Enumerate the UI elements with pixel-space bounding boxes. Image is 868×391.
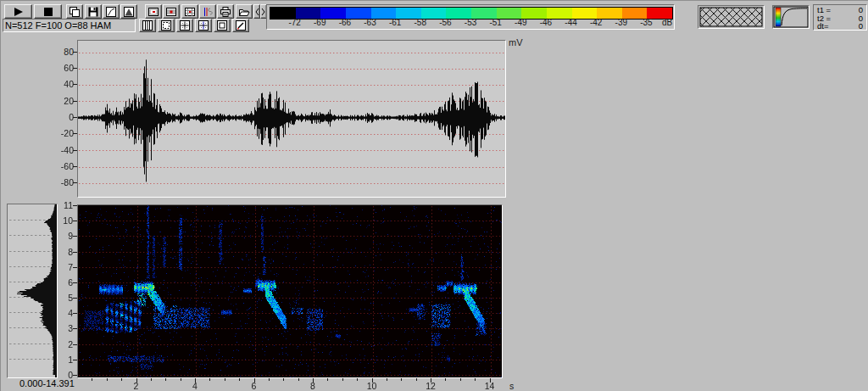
dt-label: dt=: [817, 22, 828, 31]
view-frame-button[interactable]: [145, 4, 162, 19]
save-button[interactable]: [85, 4, 102, 19]
view-waterfall-button[interactable]: [163, 4, 180, 19]
grid-plus-blue-icon: [198, 20, 209, 31]
spectrogram-t-tick: [269, 378, 270, 381]
fft-params-field[interactable]: N=512 F=100 O=88 HAM: [3, 19, 136, 32]
spectrogram-f-tick: [73, 328, 77, 329]
spectrogram-f-tick-label: 9: [57, 231, 73, 241]
spectrogram-t-tick-label: 12: [422, 381, 439, 391]
envelope-icon: [123, 7, 135, 17]
spectrogram-t-tick-label: 14: [481, 381, 498, 391]
texture-preview-panel[interactable]: [698, 5, 765, 29]
spectrogram-f-tick-label: 3: [57, 323, 73, 333]
view-grid-button[interactable]: [181, 4, 198, 19]
colormap-transfer-curve-icon: [773, 6, 809, 28]
spectrogram-f-tick-label: 8: [57, 247, 73, 257]
spectrogram-t-tick: [357, 378, 358, 381]
colorbar-tick-label: -56: [433, 18, 457, 27]
spectrogram-f-tick: [73, 375, 77, 376]
spectrogram-f-tick: [73, 360, 77, 360]
dt-value: 0: [859, 22, 863, 31]
colorbar-tick-label: -72: [283, 18, 307, 27]
waveform-y-tick: [73, 117, 77, 118]
envelope-button[interactable]: [120, 4, 137, 19]
waveform-y-tick-label: 80: [50, 47, 74, 57]
chevron-left-icon: [254, 7, 259, 17]
spectrogram-t-tick: [151, 378, 152, 381]
grid-plus-icon: [179, 20, 191, 31]
spectrogram-f-tick-label: 2: [57, 339, 73, 349]
view-signal-button[interactable]: [199, 4, 216, 19]
spectrogram-t-tick-label: 6: [246, 381, 263, 391]
spectrogram-t-tick: [107, 378, 108, 381]
spectrogram-f-tick: [73, 236, 77, 237]
waveform-canvas[interactable]: [78, 41, 505, 197]
view-grid-plus-alt-button[interactable]: [195, 19, 212, 32]
view-frame-icon: [147, 7, 159, 17]
play-button[interactable]: [4, 4, 32, 19]
spectrogram-t-tick: [209, 378, 210, 381]
scroll-left-button[interactable]: [253, 4, 260, 19]
colorbar-tick-label: -44: [559, 18, 583, 27]
waveform-y-tick: [73, 101, 77, 102]
view-grid-plus-button[interactable]: [176, 19, 193, 32]
inner-frame-icon: [216, 20, 228, 31]
spectrogram-canvas[interactable]: [78, 205, 502, 377]
colorbar-tick-label: -51: [484, 18, 508, 27]
open-button[interactable]: [236, 4, 253, 19]
spectrogram-t-tick: [225, 378, 225, 381]
spectrogram-t-tick-label: 10: [364, 381, 381, 391]
spectrogram-t-tick: [165, 378, 166, 381]
spectrogram-f-tick: [73, 205, 77, 206]
stop-button[interactable]: [34, 4, 62, 19]
spectrogram-t-tick: [298, 378, 299, 381]
view-dashed-frame-button[interactable]: [158, 19, 175, 32]
waveform-y-tick: [73, 166, 77, 167]
edit-button[interactable]: [232, 19, 249, 32]
save-icon: [87, 7, 99, 17]
waveform-y-tick-label: -40: [50, 145, 74, 155]
average-spectrum-plot[interactable]: [7, 204, 58, 378]
spectrogram-t-tick: [416, 378, 417, 381]
waveform-unit-label: mV: [509, 37, 523, 47]
spectrogram-t-tick: [445, 378, 446, 381]
spectrogram-t-tick: [401, 378, 402, 381]
waveform-plot[interactable]: [77, 40, 506, 198]
average-spectrum-canvas[interactable]: [8, 204, 57, 377]
spectrogram-t-tick-label: 4: [186, 381, 203, 391]
colormap-transfer-panel[interactable]: [772, 5, 810, 29]
colorbar-tick-label: -53: [459, 18, 482, 27]
print-icon: [220, 7, 231, 17]
spectrogram-app-window: N=512 F=100 O=88 HAM dB -72-69-66-63-61-…: [0, 0, 868, 391]
print-button[interactable]: [217, 4, 234, 19]
dt-row: dt= 0: [817, 22, 863, 31]
time-unit-label: s: [509, 381, 514, 391]
spectrogram-f-tick-label: 6: [57, 277, 73, 288]
stop-icon: [42, 7, 55, 17]
view-columns-button[interactable]: [139, 19, 156, 32]
spectrogram-t-tick: [181, 378, 181, 381]
copy-button[interactable]: [66, 4, 83, 19]
colorbar-tick-label: -35: [634, 18, 658, 27]
view-inner-frame-button[interactable]: [214, 19, 231, 32]
spectrogram-f-tick: [73, 252, 77, 253]
spectrogram-f-tick-label: 1: [57, 355, 73, 365]
waveform-y-tick: [73, 84, 77, 85]
spectrogram-t-tick: [475, 378, 476, 381]
waveform-y-tick-label: 40: [50, 79, 74, 89]
view-columns-icon: [142, 20, 153, 31]
spectrogram-t-tick: [460, 378, 461, 381]
colorbar-tick-label: -49: [509, 18, 532, 27]
spectrogram-f-tick: [73, 221, 77, 221]
spectrogram-plot[interactable]: [77, 204, 503, 378]
view-signal-icon: [202, 7, 214, 17]
waveform-y-tick-label: -20: [50, 128, 74, 138]
filter-curve-button[interactable]: [103, 4, 120, 19]
spectrogram-t-tick: [342, 378, 343, 381]
spectrogram-f-tick: [73, 267, 77, 268]
spectrogram-t-tick: [387, 378, 387, 381]
spectrogram-t-tick: [121, 378, 122, 381]
db-colorbar-legend: dB -72-69-66-63-61-58-56-53-51-49-46-44-…: [266, 4, 675, 30]
waveform-y-tick-label: 0: [50, 112, 74, 122]
colorbar-tick-label: -46: [534, 18, 558, 27]
